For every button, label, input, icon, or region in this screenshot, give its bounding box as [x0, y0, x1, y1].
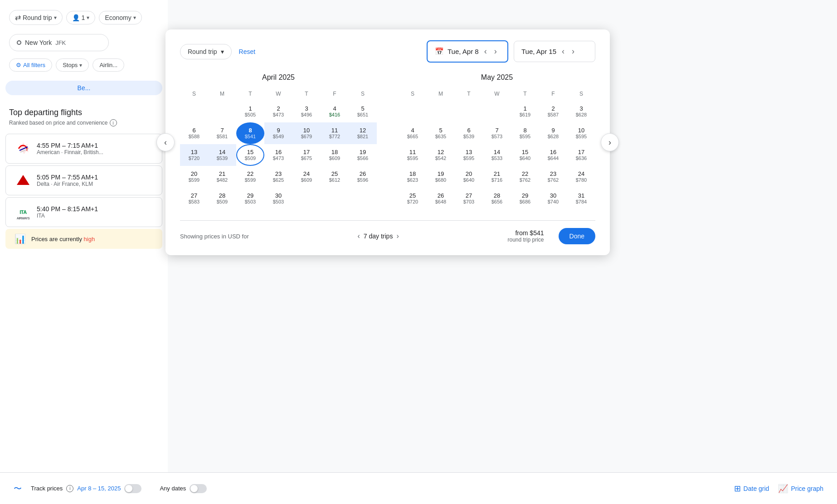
calendar-cell[interactable]: 3$628	[567, 101, 595, 122]
calendar-cell[interactable]: 14$539	[208, 144, 236, 166]
trip-duration-next-button[interactable]: ›	[396, 232, 399, 240]
info-icon[interactable]: i	[110, 119, 117, 126]
calendar-cell[interactable]: 29$686	[511, 188, 539, 209]
calendar-cell[interactable]: 29$503	[236, 188, 264, 209]
calendar-cell[interactable]: 17$636	[567, 144, 595, 166]
trip-duration-selector[interactable]: ‹ 7 day trips ›	[357, 232, 399, 240]
calendar-cell[interactable]: 9$549	[264, 122, 292, 144]
calendar-cell[interactable]: 27$583	[180, 188, 208, 209]
from-price: from $541	[507, 229, 544, 237]
stops-filter-button[interactable]: Stops ▾	[56, 58, 89, 72]
calendar-trip-selector[interactable]: Round trip ▾	[180, 44, 232, 59]
calendar-cell[interactable]: 19$680	[427, 166, 455, 188]
calendar-cell[interactable]: 6$539	[455, 122, 483, 144]
calendar-prev-button[interactable]: ‹	[156, 133, 175, 151]
departure-date-button[interactable]: 📅 Tue, Apr 8 ‹ ›	[427, 40, 508, 63]
calendar-cell[interactable]: 15$509	[236, 144, 264, 166]
calendar-cell[interactable]: 13$720	[180, 144, 208, 166]
calendar-cell[interactable]: 22$599	[236, 166, 264, 188]
calendar-cell[interactable]: 14$533	[483, 144, 511, 166]
calendar-cell[interactable]: 12$542	[427, 144, 455, 166]
flight-card-1[interactable]: 4:55 PM – 7:15 AM+1 American · Finnair, …	[5, 134, 162, 164]
done-button[interactable]: Done	[559, 228, 595, 244]
filters-icon: ⚙	[16, 62, 21, 68]
cell-price: $772	[329, 134, 340, 140]
calendar-cell[interactable]: 20$640	[455, 166, 483, 188]
calendar-cell[interactable]: 4$416	[321, 101, 349, 122]
calendar-cell[interactable]: 25$720	[399, 188, 427, 209]
calendar-cell[interactable]: 6$588	[180, 122, 208, 144]
calendar-cell[interactable]: 19$566	[349, 144, 377, 166]
passengers-selector[interactable]: 👤 1 ▾	[66, 11, 96, 24]
track-prices-toggle[interactable]	[124, 484, 141, 493]
calendar-cell[interactable]: 16$644	[539, 144, 567, 166]
calendar-cell[interactable]: 27$703	[455, 188, 483, 209]
calendar-cell[interactable]: 23$625	[264, 166, 292, 188]
calendar-cell[interactable]: 4$665	[399, 122, 427, 144]
calendar-cell[interactable]: 18$609	[321, 144, 349, 166]
calendar-cell[interactable]: 2$587	[539, 101, 567, 122]
any-dates-toggle[interactable]	[190, 484, 207, 493]
calendar-cell[interactable]: 15$640	[511, 144, 539, 166]
flight-card-2[interactable]: 5:05 PM – 7:55 AM+1 Delta · Air France, …	[5, 165, 162, 195]
calendar-cell[interactable]: 10$595	[567, 122, 595, 144]
calendar-cell[interactable]: 28$656	[483, 188, 511, 209]
round-trip-selector[interactable]: ⇄ Round trip ▾	[9, 10, 63, 25]
departure-next-button[interactable]: ›	[492, 45, 499, 58]
calendar-cell[interactable]: 21$482	[208, 166, 236, 188]
cell-price: $482	[217, 177, 228, 183]
airlines-filter-button[interactable]: Airlin...	[92, 58, 124, 72]
calendar-next-button[interactable]: ›	[601, 133, 619, 151]
calendar-cell[interactable]: 18$623	[399, 166, 427, 188]
calendar-cell[interactable]: 8$541	[236, 122, 264, 144]
calendar-cell[interactable]: 7$573	[483, 122, 511, 144]
calendar-cell[interactable]: 16$473	[264, 144, 292, 166]
calendar-cell[interactable]: 11$595	[399, 144, 427, 166]
calendar-cell[interactable]: 30$740	[539, 188, 567, 209]
calendar-cell[interactable]: 24$609	[292, 166, 321, 188]
calendar-cell[interactable]: 20$599	[180, 166, 208, 188]
return-next-button[interactable]: ›	[570, 45, 576, 58]
calendar-cell[interactable]: 22$762	[511, 166, 539, 188]
cell-day: 9	[277, 127, 280, 134]
calendar-cell[interactable]: 12$821	[349, 122, 377, 144]
calendar-cell[interactable]: 21$716	[483, 166, 511, 188]
calendar-cell[interactable]: 13$595	[455, 144, 483, 166]
calendar-cell[interactable]: 28$509	[208, 188, 236, 209]
info-icon-bottom[interactable]: i	[66, 485, 73, 492]
all-filters-button[interactable]: ⚙ All filters	[9, 58, 52, 72]
calendar-cell[interactable]: 17$675	[292, 144, 321, 166]
calendar-cell[interactable]: 11$772	[321, 122, 349, 144]
origin-input[interactable]: New York JFK	[9, 34, 109, 51]
calendar-cell[interactable]: 5$651	[349, 101, 377, 122]
calendar-cell[interactable]: 23$762	[539, 166, 567, 188]
calendar-cell[interactable]: 26$648	[427, 188, 455, 209]
return-date-button[interactable]: Tue, Apr 15 ‹ ›	[514, 41, 595, 62]
calendar-cell[interactable]: 26$596	[349, 166, 377, 188]
class-selector[interactable]: Economy ▾	[99, 11, 141, 24]
calendar-reset-button[interactable]: Reset	[239, 48, 256, 55]
calendar-cell	[483, 101, 511, 122]
best-flights-button[interactable]: Be...	[5, 81, 162, 95]
calendar-cell[interactable]: 1$505	[236, 101, 264, 122]
flight-card-3[interactable]: ITA AIRWAYS 5:40 PM – 8:15 AM+1 ITA	[5, 197, 162, 227]
return-prev-button[interactable]: ‹	[560, 45, 566, 58]
departure-prev-button[interactable]: ‹	[482, 45, 489, 58]
calendar-cell[interactable]: 9$628	[539, 122, 567, 144]
calendar-cell[interactable]: 30$503	[264, 188, 292, 209]
cell-day: 24	[578, 170, 584, 178]
calendar-cell[interactable]: 5$635	[427, 122, 455, 144]
calendar-cell[interactable]: 8$595	[511, 122, 539, 144]
date-grid-button[interactable]: ⊞ Date grid	[734, 484, 769, 494]
trip-duration-prev-button[interactable]: ‹	[357, 232, 360, 240]
calendar-cell[interactable]: 7$581	[208, 122, 236, 144]
price-graph-button[interactable]: 📈 Price graph	[778, 484, 823, 494]
calendar-cell[interactable]: 25$612	[321, 166, 349, 188]
calendar-cell[interactable]: 2$473	[264, 101, 292, 122]
calendar-cell[interactable]: 10$679	[292, 122, 321, 144]
calendar-cell[interactable]: 3$496	[292, 101, 321, 122]
calendar-cell[interactable]: 24$780	[567, 166, 595, 188]
calendar-cell[interactable]: 1$619	[511, 101, 539, 122]
cell-day: 10	[578, 127, 584, 134]
calendar-cell[interactable]: 31$784	[567, 188, 595, 209]
